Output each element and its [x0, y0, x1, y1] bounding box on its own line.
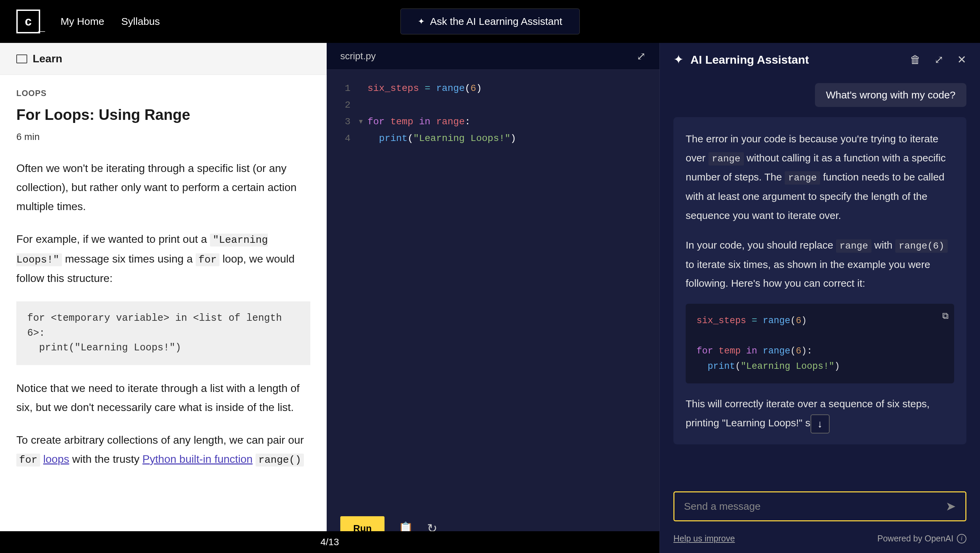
ai-code-block: ⧉six_steps = range(6) for temp in range(…	[686, 304, 954, 383]
code-content: six_steps = range(6)	[368, 80, 482, 97]
expand-icon[interactable]: ⤢	[637, 50, 646, 63]
lesson-duration: 6 min	[16, 131, 310, 142]
ask-ai-label: Ask the AI Learning Assistant	[430, 16, 563, 27]
lesson-body: LOOPS For Loops: Using Range 6 min Often…	[0, 75, 327, 553]
ask-ai-button[interactable]: ✦ Ask the AI Learning Assistant	[401, 8, 580, 34]
inline-code: range	[785, 171, 820, 185]
link-loops[interactable]: loops	[43, 453, 69, 465]
copy-icon[interactable]: ⧉	[942, 309, 949, 324]
book-icon	[16, 54, 27, 63]
sparkle-icon: ✦	[418, 17, 425, 26]
inline-code: for	[196, 253, 220, 266]
lesson-para: For example, if we wanted to print out a…	[16, 229, 310, 288]
inline-code: range(6)	[895, 239, 948, 253]
code-content: print("Learning Loops!")	[368, 130, 516, 147]
lesson-panel: Learn LOOPS For Loops: Using Range 6 min…	[0, 43, 327, 553]
inline-code: range	[708, 152, 744, 166]
close-icon[interactable]: ✕	[957, 53, 966, 66]
input-area: ➤	[660, 484, 980, 528]
powered-by: Powered by OpenAI i	[877, 534, 966, 543]
assistant-header: ✦ AI Learning Assistant 🗑 ⤢ ✕	[660, 43, 980, 76]
lesson-para: To create arbitrary collections of any l…	[16, 430, 310, 469]
editor-panel: script.py ⤢ 1six_steps = range(6) 2 3▾fo…	[327, 43, 659, 553]
learn-bar: Learn	[0, 43, 327, 75]
editor-tabs: script.py ⤢	[327, 43, 659, 70]
scroll-down-button[interactable]: ↓	[811, 414, 830, 433]
help-improve-link[interactable]: Help us improve	[673, 534, 735, 543]
inline-code: range	[836, 239, 872, 253]
assistant-footer: Help us improve Powered by OpenAI i	[660, 528, 980, 553]
pagination: 4/13	[321, 537, 339, 548]
bottom-bar: 4/13	[0, 531, 659, 553]
ai-message: The error in your code is because you're…	[673, 117, 966, 445]
lesson-para: Often we won't be iterating through a sp…	[16, 159, 310, 216]
fold-icon[interactable]: ▾	[358, 113, 364, 130]
editor-filename[interactable]: script.py	[340, 51, 375, 62]
line-number: 2	[337, 97, 350, 113]
lesson-category: LOOPS	[16, 89, 310, 98]
top-header: c My Home Syllabus ✦ Ask the AI Learning…	[0, 0, 980, 43]
line-number: 4	[337, 130, 350, 147]
code-editor[interactable]: 1six_steps = range(6) 2 3▾for temp in ra…	[327, 70, 659, 504]
chat-body: What's wrong with my code? The error in …	[660, 76, 980, 484]
message-input[interactable]	[684, 500, 946, 512]
lesson-title: For Loops: Using Range	[16, 106, 310, 123]
line-number: 3	[337, 113, 350, 130]
lesson-para: Notice that we need to iterate through a…	[16, 379, 310, 417]
nav-syllabus[interactable]: Syllabus	[121, 16, 159, 27]
assistant-panel: ✦ AI Learning Assistant 🗑 ⤢ ✕ What's wro…	[659, 43, 980, 553]
trash-icon[interactable]: 🗑	[910, 53, 921, 66]
expand-icon[interactable]: ⤢	[934, 53, 943, 66]
info-icon[interactable]: i	[957, 534, 966, 543]
nav-my-home[interactable]: My Home	[60, 16, 104, 27]
assistant-title: AI Learning Assistant	[690, 53, 896, 66]
code-block: for <temporary variable> in <list of len…	[16, 301, 310, 365]
inline-code: for	[16, 454, 40, 467]
link-python-builtin[interactable]: Python built-in function	[143, 453, 253, 465]
inline-code: range()	[256, 454, 304, 467]
user-message: What's wrong with my code?	[815, 83, 966, 107]
learn-label: Learn	[33, 53, 62, 65]
code-content: ▾for temp in range:	[368, 113, 471, 130]
message-input-wrap: ➤	[673, 491, 966, 521]
line-number: 1	[337, 80, 350, 97]
logo[interactable]: c	[16, 10, 40, 33]
send-icon[interactable]: ➤	[946, 499, 956, 513]
sparkle-icon: ✦	[673, 53, 684, 67]
